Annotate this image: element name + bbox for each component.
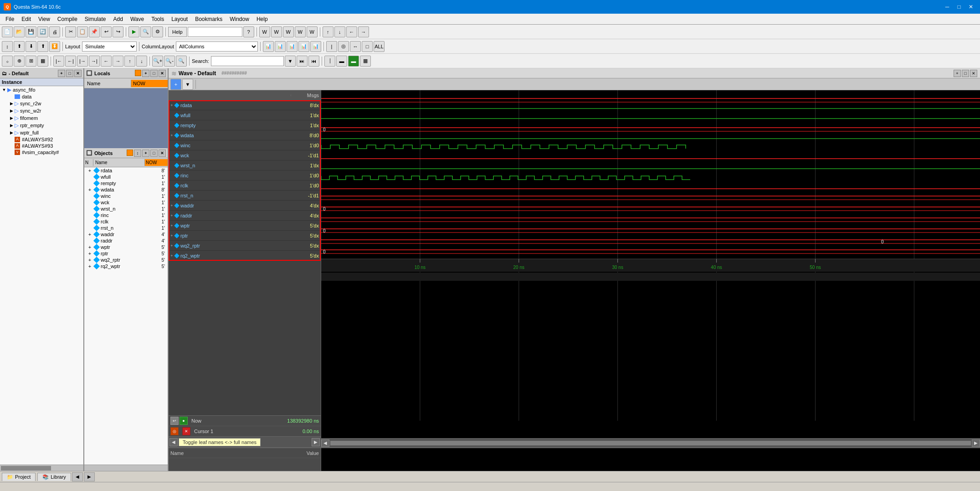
obj-row-wq2_rptr[interactable]: + wq2_rptr 5' — [84, 257, 168, 263]
menu-edit[interactable]: Edit — [18, 15, 35, 23]
left-panel-scrollbar[interactable] — [0, 465, 83, 471]
tb-wave-nav2[interactable]: ←| — [65, 56, 76, 67]
tree-item-vsim_cap[interactable]: v #vsim_capacity# — [0, 149, 83, 155]
tb-cut-btn[interactable]: ✂ — [65, 26, 76, 37]
obj-row-rq2_wptr[interactable]: + rq2_wptr 5' — [84, 263, 168, 269]
obj-row-rclk[interactable]: rclk 1' — [84, 218, 168, 225]
wave-add-btn[interactable]: + — [170, 79, 181, 90]
tb-misc1[interactable]: ↑ — [323, 26, 334, 37]
cursor-btn[interactable]: ◎ — [170, 427, 179, 435]
tb-cursor2[interactable]: ⊕ — [14, 56, 25, 67]
tb-print-btn[interactable]: 🖨 — [49, 26, 60, 37]
tb-step5[interactable]: ⏬ — [49, 41, 60, 52]
tree-item-sync_w2r[interactable]: ▶ ▷ sync_w2r — [0, 107, 83, 114]
tb-run-btn[interactable]: ▶ — [128, 26, 139, 37]
tb-zoom2[interactable]: 🔍- — [164, 56, 175, 67]
menu-help[interactable]: Help — [253, 15, 272, 23]
maximize-button[interactable]: □ — [954, 2, 965, 11]
tb-wave-nav6[interactable]: → — [113, 56, 123, 67]
obj-row-raddr[interactable]: raddr 4' — [84, 238, 168, 244]
sig-row-raddr[interactable]: + raddr 4'dx — [169, 211, 321, 221]
obj-row-rrst_n[interactable]: rrst_n 1' — [84, 225, 168, 231]
tree-item-sync_r2w[interactable]: ▶ ▷ sync_r2w — [0, 100, 83, 107]
tb-misc5[interactable]: | — [326, 41, 337, 52]
columnlayout-select[interactable]: AllColumns — [176, 41, 258, 52]
objects-add[interactable]: + — [142, 150, 149, 157]
menu-tools[interactable]: Tools — [148, 15, 168, 23]
wave-scroll-right-btn[interactable]: ▶ — [972, 439, 980, 447]
tb-wave-nav1[interactable]: |← — [53, 56, 64, 67]
objects-close[interactable]: ✕ — [159, 150, 166, 157]
tb-wave-btn4[interactable]: W — [295, 26, 306, 37]
wave-scroll-left-btn[interactable]: ◀ — [321, 439, 329, 447]
tree-item-data[interactable]: data — [0, 93, 83, 100]
wave-canvas-container[interactable]: 0 — [321, 90, 980, 438]
obj-row-rptr[interactable]: + rptr 5' — [84, 250, 168, 257]
tb-sim-btn[interactable]: ⚙ — [152, 26, 163, 37]
obj-row-wck[interactable]: wck 1' — [84, 199, 168, 206]
tab-nav-right[interactable]: ▶ — [84, 472, 95, 481]
tb-search-btn[interactable]: 🔍 — [140, 26, 151, 37]
wave-tb1[interactable]: ▼ — [182, 79, 193, 90]
tb-wave-nav7[interactable]: ↑ — [124, 56, 135, 67]
tb-wave-nav4[interactable]: →| — [89, 56, 100, 67]
sig-row-winc[interactable]: winc 1'd0 — [169, 140, 321, 150]
menu-bookmarks[interactable]: Bookmarks — [191, 15, 226, 23]
wave-panel-close[interactable]: ✕ — [970, 70, 977, 77]
tb-misc3[interactable]: ← — [346, 26, 357, 37]
wave-panel-doc[interactable]: □ — [962, 70, 969, 77]
obj-row-wfull[interactable]: wfull 1' — [84, 174, 168, 180]
tb-misc6[interactable]: ◎ — [338, 41, 349, 52]
locals-add[interactable]: + — [142, 70, 149, 77]
tree-item-async_fifo[interactable]: ▼ ▶ async_fifo — [0, 86, 83, 93]
menu-view[interactable]: View — [35, 15, 54, 23]
sig-row-rempty[interactable]: rempty 1'dx — [169, 120, 321, 130]
tb-redo-btn[interactable]: ↪ — [113, 26, 123, 37]
wave-scroll-thumb[interactable] — [330, 441, 971, 445]
sig-row-wptr[interactable]: + wptr 5'dx — [169, 221, 321, 231]
cursor-del-btn[interactable]: ✕ — [182, 427, 190, 435]
tb-step4[interactable]: ⬆ — [37, 41, 48, 52]
search-dropdown[interactable]: ▼ — [285, 56, 296, 67]
tab-nav-left[interactable]: ◀ — [72, 472, 83, 481]
obj-row-waddr[interactable]: + waddr 4' — [84, 231, 168, 238]
tb-step1[interactable]: ↕ — [2, 41, 13, 52]
left-scroll-thumb[interactable] — [1, 466, 51, 470]
objects-scrollbar[interactable] — [84, 465, 168, 471]
instance-panel-close[interactable]: ✕ — [74, 70, 82, 77]
tb-cursor1[interactable]: ⬦ — [2, 56, 13, 67]
sig-row-rclk[interactable]: rclk 1'd0 — [169, 181, 321, 191]
tb-search-bwd[interactable]: ⏮ — [308, 56, 319, 67]
tb-misc2[interactable]: ↓ — [334, 26, 345, 37]
instance-panel-add[interactable]: + — [58, 70, 65, 77]
layout-select[interactable]: Simulate — [82, 41, 137, 52]
obj-row-rdata[interactable]: + rdata 8' — [84, 167, 168, 174]
tb-misc7[interactable]: ↔ — [350, 41, 361, 52]
menu-compile[interactable]: Compile — [54, 15, 81, 23]
tb-zoom1[interactable]: 🔍+ — [152, 56, 163, 67]
minimize-button[interactable]: ─ — [942, 2, 953, 11]
tree-item-always93[interactable]: A #ALWAYS#93 — [0, 143, 83, 149]
help-button[interactable]: Help — [168, 27, 187, 37]
wave-hscrollbar[interactable]: ◀ ▶ — [321, 438, 980, 447]
tb-wave-nav8[interactable]: ↓ — [136, 56, 147, 67]
sig-row-wfull[interactable]: wfull 1'dx — [169, 110, 321, 120]
tb-search-fwd[interactable]: ⏭ — [297, 56, 308, 67]
locals-close[interactable]: ✕ — [159, 70, 166, 77]
sig-row-wck[interactable]: wck -1'd1 — [169, 150, 321, 160]
instance-panel-doc[interactable]: □ — [66, 70, 73, 77]
tree-item-wptr_full[interactable]: ▶ ▷ wptr_full — [0, 129, 83, 136]
close-button[interactable]: ✕ — [965, 2, 976, 11]
tree-item-rptr_empty[interactable]: ▶ ▷ rptr_empty — [0, 122, 83, 129]
sig-row-wq2_rptr[interactable]: + wq2_rptr 5'dx — [169, 241, 321, 251]
tb-save-btn[interactable]: 💾 — [26, 26, 36, 37]
obj-row-wrst_n[interactable]: wrst_n 1' — [84, 206, 168, 212]
tree-item-fifomem[interactable]: ▶ ▷ fifomem — [0, 114, 83, 122]
tb-misc4[interactable]: → — [358, 26, 369, 37]
menu-wave[interactable]: Wave — [127, 15, 148, 23]
obj-row-rempty[interactable]: rempty 1' — [84, 180, 168, 186]
objects-sort[interactable]: ↕ — [134, 150, 141, 157]
tb-wave-disp1[interactable]: ⏐ — [324, 56, 335, 67]
tab-project[interactable]: 📁 Project — [2, 473, 36, 481]
tb-open-btn[interactable]: 📂 — [14, 26, 25, 37]
